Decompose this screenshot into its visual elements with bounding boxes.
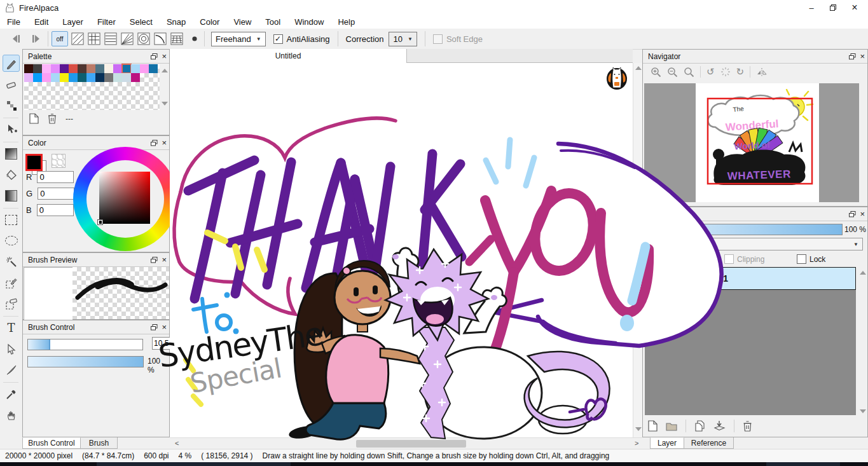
- palette-swatch[interactable]: [60, 73, 69, 82]
- palette-swatch[interactable]: [104, 73, 113, 82]
- zoom-out-button[interactable]: [667, 67, 678, 78]
- rotate-cw-button[interactable]: ↻: [736, 66, 745, 78]
- close-button[interactable]: ×: [844, 1, 865, 15]
- float-panel-icon[interactable]: [151, 53, 158, 60]
- scroll-down-arrow[interactable]: [635, 427, 642, 431]
- snap-parallel-button[interactable]: [69, 31, 86, 47]
- zoom-in-button[interactable]: [651, 67, 661, 78]
- layer-row-selected[interactable]: Layer1: [645, 267, 856, 290]
- hand-tool[interactable]: [3, 406, 20, 423]
- float-panel-icon[interactable]: [849, 211, 856, 217]
- canvas-hscrollbar[interactable]: < >: [170, 437, 642, 449]
- menu-window[interactable]: Window: [287, 15, 331, 29]
- palette-swatch[interactable]: [104, 64, 113, 73]
- eraser-tool[interactable]: [3, 76, 20, 93]
- select-eraser-tool[interactable]: [3, 295, 20, 312]
- flip-button[interactable]: [756, 67, 768, 77]
- minimize-button[interactable]: –: [801, 1, 822, 15]
- scroll-left-arrow[interactable]: <: [175, 439, 179, 447]
- menu-color[interactable]: Color: [193, 15, 226, 29]
- palette-swatch[interactable]: [86, 64, 95, 73]
- palette-swatch[interactable]: [78, 64, 86, 73]
- menu-edit[interactable]: Edit: [27, 15, 55, 29]
- magic-wand-tool[interactable]: [3, 253, 20, 270]
- new-color-button[interactable]: [29, 113, 39, 124]
- palette-swatch[interactable]: [24, 64, 33, 73]
- close-icon[interactable]: ×: [162, 255, 167, 264]
- snap-grid-button[interactable]: [86, 31, 102, 47]
- palette-swatch[interactable]: [78, 73, 86, 82]
- rotate-reset-button[interactable]: [720, 67, 731, 77]
- zoom-reset-button[interactable]: [684, 67, 694, 78]
- tab-layer[interactable]: Layer: [650, 437, 684, 449]
- snap-perspective-button[interactable]: [169, 31, 185, 47]
- next-canvas-button[interactable]: [28, 31, 45, 47]
- palette-swatch[interactable]: [131, 73, 140, 82]
- text-tool[interactable]: T: [3, 319, 20, 336]
- palette-swatch[interactable]: [95, 64, 104, 73]
- tab-brush-control[interactable]: Brush Control: [22, 437, 81, 449]
- scroll-right-arrow[interactable]: >: [635, 439, 638, 447]
- bucket-tool[interactable]: [3, 166, 20, 183]
- b-input[interactable]: [37, 204, 74, 216]
- saturation-square[interactable]: [99, 172, 150, 224]
- r-input[interactable]: [37, 171, 74, 183]
- menu-help[interactable]: Help: [331, 15, 362, 29]
- palette-swatch[interactable]: [60, 64, 69, 73]
- document-tab[interactable]: Untitled: [170, 49, 407, 63]
- eyedropper-tool[interactable]: [3, 385, 20, 402]
- delete-layer-button[interactable]: [743, 420, 752, 432]
- lock-checkbox[interactable]: [797, 254, 806, 264]
- sv-selector[interactable]: [98, 220, 102, 224]
- select-pen-tool[interactable]: [3, 274, 20, 291]
- new-layer-button[interactable]: [648, 420, 658, 432]
- close-icon[interactable]: ×: [162, 322, 167, 332]
- palette-scroll-up[interactable]: [162, 69, 168, 72]
- palette-swatch[interactable]: [140, 64, 149, 73]
- palette-swatch[interactable]: [149, 64, 158, 73]
- palette-swatch[interactable]: [69, 73, 78, 82]
- navigator-thumbnail[interactable]: The Wonderful World of WHATEVER: [644, 83, 859, 202]
- hscroll-thumb[interactable]: [356, 440, 466, 448]
- rotate-ccw-button[interactable]: ↺: [706, 66, 715, 78]
- stroke-mode-dropdown[interactable]: Freehand ▼: [211, 32, 266, 46]
- tab-reference[interactable]: Reference: [684, 437, 734, 449]
- palette-swatch-selected[interactable]: [122, 64, 131, 73]
- dot-tool[interactable]: [3, 97, 20, 114]
- move-tool[interactable]: [3, 121, 20, 138]
- palette-swatch[interactable]: [24, 73, 33, 82]
- brush-opacity-slider[interactable]: [27, 356, 144, 367]
- operation-tool[interactable]: [3, 340, 20, 357]
- float-panel-icon[interactable]: [151, 257, 158, 263]
- menu-tool[interactable]: Tool: [258, 15, 287, 29]
- snap-off-button[interactable]: off: [52, 31, 68, 46]
- float-panel-icon[interactable]: [151, 324, 158, 331]
- menu-snap[interactable]: Snap: [160, 15, 193, 29]
- canvas-vscrollbar[interactable]: [633, 63, 643, 437]
- fill-rect-tool[interactable]: [3, 145, 20, 162]
- close-icon[interactable]: ×: [162, 138, 167, 147]
- palette-swatch[interactable]: [69, 64, 78, 73]
- restore-button[interactable]: [822, 1, 844, 15]
- snap-horizontal-button[interactable]: [102, 31, 119, 47]
- pen-tool[interactable]: [3, 55, 20, 72]
- select-rect-tool[interactable]: [3, 211, 20, 228]
- menu-filter[interactable]: Filter: [90, 15, 123, 29]
- correction-dropdown[interactable]: 10 ▼: [389, 32, 417, 46]
- palette-swatch[interactable]: [51, 64, 60, 73]
- close-icon[interactable]: ×: [860, 209, 865, 219]
- float-panel-icon[interactable]: [151, 140, 158, 146]
- foreground-color-swatch[interactable]: [25, 154, 43, 171]
- soft-edge-checkbox[interactable]: [433, 34, 443, 44]
- layer-scroll-down[interactable]: [860, 409, 866, 413]
- new-folder-button[interactable]: [666, 421, 677, 431]
- snap-vanishing-button[interactable]: [119, 31, 135, 47]
- palette-swatch[interactable]: [33, 73, 42, 82]
- menu-file[interactable]: File: [0, 15, 27, 29]
- snap-radial-button[interactable]: [135, 31, 152, 47]
- g-input[interactable]: [38, 188, 74, 200]
- close-icon[interactable]: ×: [860, 51, 865, 61]
- palette-swatch[interactable]: [33, 64, 42, 73]
- tab-brush[interactable]: Brush: [81, 437, 118, 449]
- palette-scroll-down[interactable]: [162, 102, 168, 106]
